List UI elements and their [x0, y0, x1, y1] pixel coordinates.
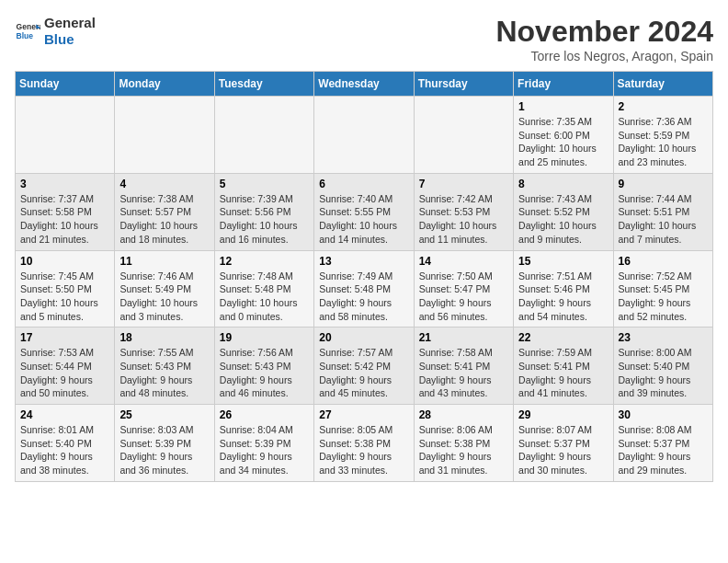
- day-info: Sunrise: 7:57 AM Sunset: 5:42 PM Dayligh…: [319, 346, 408, 400]
- day-number: 16: [619, 255, 708, 268]
- calendar-header-cell: Friday: [514, 72, 613, 97]
- calendar-cell: [115, 97, 214, 174]
- calendar-cell: 28Sunrise: 8:06 AM Sunset: 5:38 PM Dayli…: [414, 405, 513, 482]
- day-info: Sunrise: 7:42 AM Sunset: 5:53 PM Dayligh…: [419, 192, 508, 247]
- page-header: General Blue General Blue November 2024 …: [15, 15, 713, 63]
- day-number: 6: [319, 178, 408, 190]
- calendar-week-row: 1Sunrise: 7:35 AM Sunset: 6:00 PM Daylig…: [16, 97, 713, 174]
- day-info: Sunrise: 7:56 AM Sunset: 5:43 PM Dayligh…: [220, 346, 309, 400]
- day-number: 14: [419, 255, 508, 268]
- day-info: Sunrise: 7:44 AM Sunset: 5:51 PM Dayligh…: [619, 192, 708, 247]
- calendar-cell: 13Sunrise: 7:49 AM Sunset: 5:48 PM Dayli…: [314, 250, 414, 327]
- calendar-cell: 18Sunrise: 7:55 AM Sunset: 5:43 PM Dayli…: [115, 327, 214, 405]
- day-info: Sunrise: 7:49 AM Sunset: 5:48 PM Dayligh…: [319, 270, 408, 324]
- calendar-header-cell: Saturday: [613, 72, 712, 97]
- day-number: 23: [619, 331, 708, 344]
- calendar-header-row: SundayMondayTuesdayWednesdayThursdayFrid…: [16, 72, 713, 97]
- calendar-week-row: 17Sunrise: 7:53 AM Sunset: 5:44 PM Dayli…: [16, 327, 713, 405]
- day-number: 28: [419, 408, 508, 421]
- day-number: 11: [119, 255, 209, 268]
- calendar-header-cell: Wednesday: [314, 72, 414, 97]
- location: Torre los Negros, Aragon, Spain: [495, 49, 713, 63]
- day-info: Sunrise: 8:06 AM Sunset: 5:38 PM Dayligh…: [419, 423, 508, 477]
- day-info: Sunrise: 7:52 AM Sunset: 5:45 PM Dayligh…: [619, 270, 708, 324]
- day-info: Sunrise: 7:35 AM Sunset: 6:00 PM Dayligh…: [518, 115, 608, 169]
- day-number: 22: [518, 331, 608, 344]
- day-number: 26: [220, 408, 309, 421]
- day-number: 25: [119, 408, 209, 421]
- day-info: Sunrise: 8:04 AM Sunset: 5:39 PM Dayligh…: [220, 423, 309, 477]
- day-number: 24: [20, 408, 109, 421]
- calendar-cell: 23Sunrise: 8:00 AM Sunset: 5:40 PM Dayli…: [613, 327, 712, 405]
- calendar-cell: 25Sunrise: 8:03 AM Sunset: 5:39 PM Dayli…: [115, 405, 214, 482]
- calendar-header-cell: Thursday: [414, 72, 513, 97]
- calendar-cell: 27Sunrise: 8:05 AM Sunset: 5:38 PM Dayli…: [314, 405, 414, 482]
- day-info: Sunrise: 7:51 AM Sunset: 5:46 PM Dayligh…: [518, 270, 608, 324]
- calendar-header-cell: Monday: [115, 72, 214, 97]
- calendar-cell: 20Sunrise: 7:57 AM Sunset: 5:42 PM Dayli…: [314, 327, 414, 405]
- calendar-cell: 30Sunrise: 8:08 AM Sunset: 5:37 PM Dayli…: [613, 405, 712, 482]
- calendar-cell: 10Sunrise: 7:45 AM Sunset: 5:50 PM Dayli…: [16, 250, 115, 327]
- day-info: Sunrise: 8:03 AM Sunset: 5:39 PM Dayligh…: [119, 423, 209, 477]
- calendar-cell: 11Sunrise: 7:46 AM Sunset: 5:49 PM Dayli…: [115, 250, 214, 327]
- calendar-cell: 12Sunrise: 7:48 AM Sunset: 5:48 PM Dayli…: [214, 250, 313, 327]
- day-number: 19: [220, 331, 309, 344]
- day-number: 27: [319, 408, 408, 421]
- day-info: Sunrise: 8:05 AM Sunset: 5:38 PM Dayligh…: [319, 423, 408, 477]
- day-number: 21: [419, 331, 508, 344]
- calendar-cell: 16Sunrise: 7:52 AM Sunset: 5:45 PM Dayli…: [613, 250, 712, 327]
- calendar-cell: 19Sunrise: 7:56 AM Sunset: 5:43 PM Dayli…: [214, 327, 313, 405]
- calendar-cell: 22Sunrise: 7:59 AM Sunset: 5:41 PM Dayli…: [514, 327, 613, 405]
- calendar-cell: [214, 97, 313, 174]
- day-number: 2: [619, 100, 708, 113]
- day-info: Sunrise: 7:39 AM Sunset: 5:56 PM Dayligh…: [220, 192, 309, 247]
- day-info: Sunrise: 7:48 AM Sunset: 5:48 PM Dayligh…: [220, 270, 309, 324]
- calendar-cell: [314, 97, 414, 174]
- day-number: 5: [220, 178, 309, 190]
- day-number: 9: [619, 178, 708, 190]
- calendar-body: 1Sunrise: 7:35 AM Sunset: 6:00 PM Daylig…: [16, 97, 713, 482]
- calendar-cell: [414, 97, 513, 174]
- calendar-cell: 21Sunrise: 7:58 AM Sunset: 5:41 PM Dayli…: [414, 327, 513, 405]
- day-info: Sunrise: 7:36 AM Sunset: 5:59 PM Dayligh…: [619, 115, 708, 169]
- day-info: Sunrise: 7:37 AM Sunset: 5:58 PM Dayligh…: [20, 192, 109, 247]
- day-number: 18: [119, 331, 209, 344]
- month-title: November 2024: [495, 15, 713, 49]
- day-info: Sunrise: 8:00 AM Sunset: 5:40 PM Dayligh…: [619, 346, 708, 400]
- calendar-cell: 6Sunrise: 7:40 AM Sunset: 5:55 PM Daylig…: [314, 173, 414, 250]
- day-info: Sunrise: 8:08 AM Sunset: 5:37 PM Dayligh…: [619, 423, 708, 477]
- calendar-week-row: 10Sunrise: 7:45 AM Sunset: 5:50 PM Dayli…: [16, 250, 713, 327]
- svg-text:Blue: Blue: [17, 31, 34, 40]
- calendar-cell: 5Sunrise: 7:39 AM Sunset: 5:56 PM Daylig…: [214, 173, 313, 250]
- day-number: 13: [319, 255, 408, 268]
- day-number: 17: [20, 331, 109, 344]
- calendar-cell: 15Sunrise: 7:51 AM Sunset: 5:46 PM Dayli…: [514, 250, 613, 327]
- calendar-week-row: 24Sunrise: 8:01 AM Sunset: 5:40 PM Dayli…: [16, 405, 713, 482]
- day-info: Sunrise: 7:53 AM Sunset: 5:44 PM Dayligh…: [20, 346, 109, 400]
- day-info: Sunrise: 8:07 AM Sunset: 5:37 PM Dayligh…: [518, 423, 608, 477]
- day-number: 7: [419, 178, 508, 190]
- day-info: Sunrise: 7:45 AM Sunset: 5:50 PM Dayligh…: [20, 270, 109, 324]
- calendar-cell: 29Sunrise: 8:07 AM Sunset: 5:37 PM Dayli…: [514, 405, 613, 482]
- day-number: 15: [518, 255, 608, 268]
- day-number: 20: [319, 331, 408, 344]
- day-info: Sunrise: 7:40 AM Sunset: 5:55 PM Dayligh…: [319, 192, 408, 247]
- calendar-cell: 2Sunrise: 7:36 AM Sunset: 5:59 PM Daylig…: [613, 97, 712, 174]
- day-info: Sunrise: 8:01 AM Sunset: 5:40 PM Dayligh…: [20, 423, 109, 477]
- calendar-cell: 14Sunrise: 7:50 AM Sunset: 5:47 PM Dayli…: [414, 250, 513, 327]
- calendar-cell: 8Sunrise: 7:43 AM Sunset: 5:52 PM Daylig…: [514, 173, 613, 250]
- day-number: 4: [119, 178, 209, 190]
- calendar-cell: 17Sunrise: 7:53 AM Sunset: 5:44 PM Dayli…: [16, 327, 115, 405]
- calendar-cell: 3Sunrise: 7:37 AM Sunset: 5:58 PM Daylig…: [16, 173, 115, 250]
- day-number: 1: [518, 100, 608, 113]
- day-info: Sunrise: 7:55 AM Sunset: 5:43 PM Dayligh…: [119, 346, 209, 400]
- title-block: November 2024 Torre los Negros, Aragon, …: [495, 15, 713, 63]
- day-number: 29: [518, 408, 608, 421]
- day-info: Sunrise: 7:43 AM Sunset: 5:52 PM Dayligh…: [518, 192, 608, 247]
- day-number: 30: [619, 408, 708, 421]
- calendar-cell: 24Sunrise: 8:01 AM Sunset: 5:40 PM Dayli…: [16, 405, 115, 482]
- calendar-cell: 1Sunrise: 7:35 AM Sunset: 6:00 PM Daylig…: [514, 97, 613, 174]
- logo-line2: Blue: [44, 31, 96, 48]
- calendar-cell: 9Sunrise: 7:44 AM Sunset: 5:51 PM Daylig…: [613, 173, 712, 250]
- calendar-cell: 7Sunrise: 7:42 AM Sunset: 5:53 PM Daylig…: [414, 173, 513, 250]
